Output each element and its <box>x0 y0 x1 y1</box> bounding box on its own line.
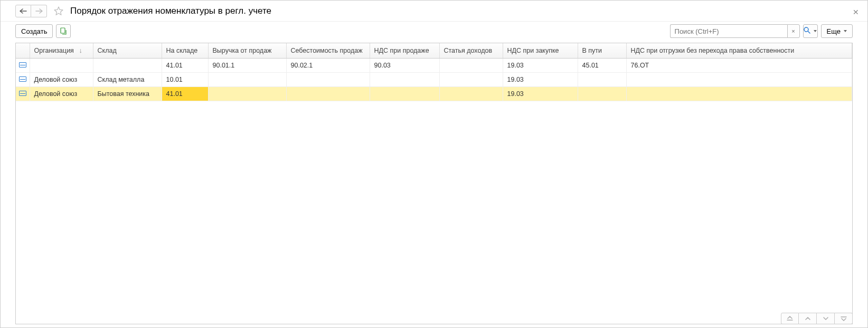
record-icon <box>19 91 26 96</box>
record-icon <box>19 76 26 82</box>
cell-warehouse[interactable] <box>93 58 162 72</box>
close-button[interactable]: ✕ <box>853 8 859 16</box>
cell-in_transit[interactable] <box>578 86 626 101</box>
cell-vat_ship[interactable] <box>626 72 852 86</box>
table-area: Организация ↓ Склад На складе Выручка от… <box>1 41 867 327</box>
toolbar: Создать × Еще <box>1 22 867 41</box>
back-button[interactable] <box>15 5 31 17</box>
row-icon-cell <box>16 72 30 86</box>
cell-revenue[interactable] <box>208 86 286 101</box>
chevron-down-icon <box>814 30 817 32</box>
cell-vat_purchase[interactable]: 19.03 <box>503 58 578 72</box>
grid-up-button[interactable] <box>799 313 817 324</box>
cell-org[interactable] <box>30 58 93 72</box>
cell-income_item[interactable] <box>439 72 503 86</box>
copy-button[interactable] <box>56 24 71 38</box>
more-button[interactable]: Еще <box>821 24 853 38</box>
copy-sheet-icon <box>60 27 67 35</box>
grid-nav <box>781 313 853 324</box>
chevron-bar-down-icon <box>840 316 847 321</box>
table-row[interactable]: Деловой союзСклад металла10.0119.03 <box>16 72 852 86</box>
svg-rect-0 <box>61 28 65 33</box>
cell-vat_purchase[interactable]: 19.03 <box>503 72 578 86</box>
sort-asc-icon: ↓ <box>79 47 82 54</box>
cell-vat_ship[interactable]: 76.ОТ <box>626 58 852 72</box>
table-row[interactable]: 41.0190.01.190.02.190.0319.0345.0176.ОТ <box>16 58 852 72</box>
cell-vat_ship[interactable] <box>626 86 852 101</box>
data-grid[interactable]: Организация ↓ Склад На складе Выручка от… <box>15 43 853 324</box>
header-warehouse[interactable]: Склад <box>93 43 162 58</box>
search-options-button[interactable] <box>803 24 818 38</box>
header-in-transit[interactable]: В пути <box>578 43 626 58</box>
chevron-bar-up-icon <box>786 316 794 321</box>
search-group: × <box>670 24 800 38</box>
arrow-left-icon <box>20 8 27 14</box>
table-row[interactable]: Деловой союзБытовая техника41.0119.03 <box>16 86 852 101</box>
forward-button[interactable] <box>31 5 47 17</box>
search-input[interactable] <box>670 24 787 38</box>
cell-warehouse[interactable]: Бытовая техника <box>93 86 162 101</box>
page-title: Порядок отражения номенклатуры в регл. у… <box>70 6 271 16</box>
more-label: Еще <box>827 27 841 35</box>
header-revenue[interactable]: Выручка от продаж <box>208 43 286 58</box>
header-cost[interactable]: Себестоимость продаж <box>286 43 370 58</box>
cell-cost[interactable] <box>286 86 370 101</box>
create-button[interactable]: Создать <box>15 24 53 38</box>
table-header-row: Организация ↓ Склад На складе Выручка от… <box>16 43 852 58</box>
header-on-stock[interactable]: На складе <box>162 43 208 58</box>
cell-vat_sale[interactable] <box>370 86 439 101</box>
cell-cost[interactable] <box>286 72 370 86</box>
grid-first-button[interactable] <box>781 313 799 324</box>
header-icon-col[interactable] <box>16 43 30 58</box>
header-income-item[interactable]: Статья доходов <box>439 43 503 58</box>
cell-cost[interactable]: 90.02.1 <box>286 58 370 72</box>
close-icon: ✕ <box>853 8 859 16</box>
cell-income_item[interactable] <box>439 58 503 72</box>
favorite-star-icon[interactable] <box>53 6 64 16</box>
cell-org[interactable]: Деловой союз <box>30 86 93 101</box>
chevron-down-icon <box>844 30 847 32</box>
header-organization[interactable]: Организация ↓ <box>30 43 93 58</box>
grid-down-button[interactable] <box>817 313 835 324</box>
cell-vat_sale[interactable] <box>370 72 439 86</box>
cell-revenue[interactable]: 90.01.1 <box>208 58 286 72</box>
header-vat-sale[interactable]: НДС при продаже <box>370 43 439 58</box>
arrow-right-icon <box>35 8 43 14</box>
cell-in_transit[interactable] <box>578 72 626 86</box>
header-vat-purchase[interactable]: НДС при закупке <box>503 43 578 58</box>
row-icon-cell <box>16 58 30 72</box>
search-clear-button[interactable]: × <box>787 24 800 38</box>
cell-vat_sale[interactable]: 90.03 <box>370 58 439 72</box>
window: Порядок отражения номенклатуры в регл. у… <box>0 0 868 328</box>
row-icon-cell <box>16 86 30 101</box>
cell-in_transit[interactable]: 45.01 <box>578 58 626 72</box>
search-icon <box>804 27 810 35</box>
chevron-up-icon <box>804 316 812 321</box>
clear-icon: × <box>791 28 795 34</box>
header-label: Организация <box>34 47 74 54</box>
cell-on_stock[interactable]: 41.01 <box>162 58 208 72</box>
cell-org[interactable]: Деловой союз <box>30 72 93 86</box>
cell-revenue[interactable] <box>208 72 286 86</box>
chevron-down-icon <box>822 316 829 321</box>
grid-last-button[interactable] <box>835 313 853 324</box>
cell-income_item[interactable] <box>439 86 503 101</box>
cell-on_stock[interactable]: 41.01 <box>162 86 208 101</box>
titlebar: Порядок отражения номенклатуры в регл. у… <box>1 1 867 22</box>
history-nav <box>15 5 47 17</box>
cell-on_stock[interactable]: 10.01 <box>162 72 208 86</box>
record-icon <box>19 62 26 67</box>
cell-vat_purchase[interactable]: 19.03 <box>503 86 578 101</box>
header-vat-ship[interactable]: НДС при отгрузки без перехода права собс… <box>626 43 852 58</box>
svg-line-2 <box>808 31 810 33</box>
cell-warehouse[interactable]: Склад металла <box>93 72 162 86</box>
